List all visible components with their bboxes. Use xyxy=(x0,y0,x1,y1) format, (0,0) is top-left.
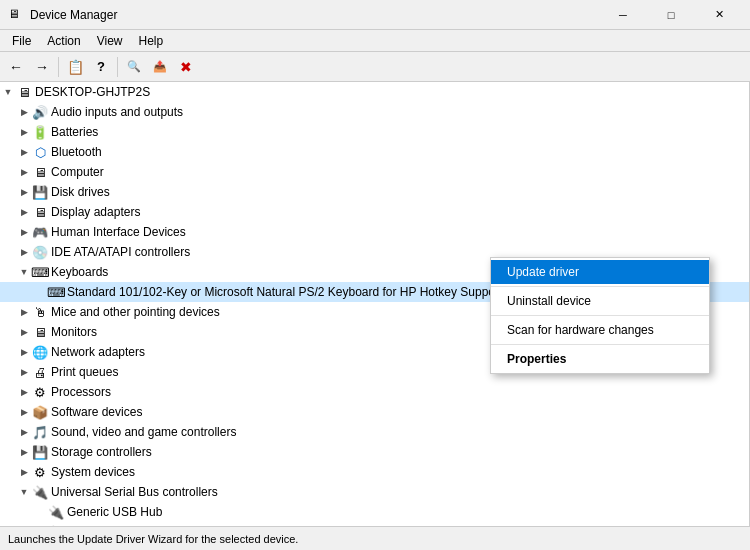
tree-item-batteries[interactable]: 🔋 Batteries xyxy=(0,122,749,142)
sound-icon: 🎵 xyxy=(32,424,48,440)
expand-root[interactable] xyxy=(0,84,16,100)
network-icon: 🌐 xyxy=(32,344,48,360)
expand-batteries[interactable] xyxy=(16,124,32,140)
expand-mice[interactable] xyxy=(16,304,32,320)
display-icon: 🖥 xyxy=(32,204,48,220)
app-icon: 🖥 xyxy=(8,7,24,23)
expand-sound[interactable] xyxy=(16,424,32,440)
menu-file[interactable]: File xyxy=(4,30,39,51)
print-icon: 🖨 xyxy=(32,364,48,380)
tree-label-system: System devices xyxy=(51,465,135,479)
status-text: Launches the Update Driver Wizard for th… xyxy=(8,533,298,545)
tree-root[interactable]: 🖥 DESKTOP-GHJTP2S xyxy=(0,82,749,102)
tree-label-usb-intel8: Intel(R) 8 Series USB Enhanced Host Cont… xyxy=(67,525,378,526)
tree-label-batteries: Batteries xyxy=(51,125,98,139)
expand-monitors[interactable] xyxy=(16,324,32,340)
tree-label-usb: Universal Serial Bus controllers xyxy=(51,485,218,499)
tree-item-audio[interactable]: 🔊 Audio inputs and outputs xyxy=(0,102,749,122)
close-button[interactable]: ✕ xyxy=(696,0,742,30)
window-controls: ─ □ ✕ xyxy=(600,0,742,30)
toolbar: ← → 📋 ? 🔍 📤 ✖ xyxy=(0,52,750,82)
tree-item-usb-generic[interactable]: 🔌 Generic USB Hub xyxy=(0,502,749,522)
menu-help[interactable]: Help xyxy=(131,30,172,51)
expand-system[interactable] xyxy=(16,464,32,480)
scan-button[interactable]: 🔍 xyxy=(122,55,146,79)
tree-label-storage: Storage controllers xyxy=(51,445,152,459)
uninstall-toolbar-button[interactable]: ✖ xyxy=(174,55,198,79)
help-button[interactable]: ? xyxy=(89,55,113,79)
context-menu-update-driver[interactable]: Update driver xyxy=(491,260,709,284)
expand-software[interactable] xyxy=(16,404,32,420)
tree-label-computer: Computer xyxy=(51,165,104,179)
tree-label-audio: Audio inputs and outputs xyxy=(51,105,183,119)
status-bar: Launches the Update Driver Wizard for th… xyxy=(0,526,750,550)
usb-generic-icon: 🔌 xyxy=(48,504,64,520)
tree-label-monitors: Monitors xyxy=(51,325,97,339)
context-separator-3 xyxy=(491,344,709,345)
expand-storage[interactable] xyxy=(16,444,32,460)
system-icon: ⚙ xyxy=(32,464,48,480)
tree-item-processors[interactable]: ⚙ Processors xyxy=(0,382,749,402)
tree-item-sound[interactable]: 🎵 Sound, video and game controllers xyxy=(0,422,749,442)
processors-icon: ⚙ xyxy=(32,384,48,400)
tree-label-sound: Sound, video and game controllers xyxy=(51,425,236,439)
context-separator-1 xyxy=(491,286,709,287)
properties-button[interactable]: 📋 xyxy=(63,55,87,79)
back-button[interactable]: ← xyxy=(4,55,28,79)
tree-label-network: Network adapters xyxy=(51,345,145,359)
expand-hid[interactable] xyxy=(16,224,32,240)
update-driver-toolbar-button[interactable]: 📤 xyxy=(148,55,172,79)
tree-item-disk[interactable]: 💾 Disk drives xyxy=(0,182,749,202)
computer-root-icon: 🖥 xyxy=(16,84,32,100)
tree-label-hid: Human Interface Devices xyxy=(51,225,186,239)
expand-disk[interactable] xyxy=(16,184,32,200)
tree-item-software[interactable]: 📦 Software devices xyxy=(0,402,749,422)
context-separator-2 xyxy=(491,315,709,316)
audio-icon: 🔊 xyxy=(32,104,48,120)
mice-icon: 🖱 xyxy=(32,304,48,320)
main-content: 🖥 DESKTOP-GHJTP2S 🔊 Audio inputs and out… xyxy=(0,82,750,526)
menu-view[interactable]: View xyxy=(89,30,131,51)
expand-processors[interactable] xyxy=(16,384,32,400)
title-bar: 🖥 Device Manager ─ □ ✕ xyxy=(0,0,750,30)
context-menu-scan-hardware[interactable]: Scan for hardware changes xyxy=(491,318,709,342)
tree-item-hid[interactable]: 🎮 Human Interface Devices xyxy=(0,222,749,242)
context-menu-uninstall-device[interactable]: Uninstall device xyxy=(491,289,709,313)
tree-item-usb-intel8[interactable]: 🔌 Intel(R) 8 Series USB Enhanced Host Co… xyxy=(0,522,749,526)
tree-label-software: Software devices xyxy=(51,405,142,419)
context-menu-properties[interactable]: Properties xyxy=(491,347,709,371)
disk-icon: 💾 xyxy=(32,184,48,200)
expand-audio[interactable] xyxy=(16,104,32,120)
software-icon: 📦 xyxy=(32,404,48,420)
tree-item-system[interactable]: ⚙ System devices xyxy=(0,462,749,482)
forward-button[interactable]: → xyxy=(30,55,54,79)
keyboards-icon: ⌨ xyxy=(32,264,48,280)
tree-item-display[interactable]: 🖥 Display adapters xyxy=(0,202,749,222)
usb-icon: 🔌 xyxy=(32,484,48,500)
tree-label-display: Display adapters xyxy=(51,205,140,219)
tree-label-usb-generic: Generic USB Hub xyxy=(67,505,162,519)
maximize-button[interactable]: □ xyxy=(648,0,694,30)
minimize-button[interactable]: ─ xyxy=(600,0,646,30)
tree-item-storage[interactable]: 💾 Storage controllers xyxy=(0,442,749,462)
tree-label-mice: Mice and other pointing devices xyxy=(51,305,220,319)
tree-item-bluetooth[interactable]: ⬡ Bluetooth xyxy=(0,142,749,162)
menu-bar: File Action View Help xyxy=(0,30,750,52)
expand-usb[interactable] xyxy=(16,484,32,500)
tree-label-keyboard-std: Standard 101/102-Key or Microsoft Natura… xyxy=(67,285,502,299)
device-tree[interactable]: 🖥 DESKTOP-GHJTP2S 🔊 Audio inputs and out… xyxy=(0,82,750,526)
expand-display[interactable] xyxy=(16,204,32,220)
tree-label-bluetooth: Bluetooth xyxy=(51,145,102,159)
tree-item-computer[interactable]: 🖥 Computer xyxy=(0,162,749,182)
menu-action[interactable]: Action xyxy=(39,30,88,51)
expand-computer[interactable] xyxy=(16,164,32,180)
expand-print[interactable] xyxy=(16,364,32,380)
tree-label-processors: Processors xyxy=(51,385,111,399)
usb-intel8-icon: 🔌 xyxy=(48,524,64,526)
expand-bluetooth[interactable] xyxy=(16,144,32,160)
toolbar-sep-2 xyxy=(117,57,118,77)
bluetooth-icon: ⬡ xyxy=(32,144,48,160)
expand-ide[interactable] xyxy=(16,244,32,260)
tree-item-usb[interactable]: 🔌 Universal Serial Bus controllers xyxy=(0,482,749,502)
expand-network[interactable] xyxy=(16,344,32,360)
